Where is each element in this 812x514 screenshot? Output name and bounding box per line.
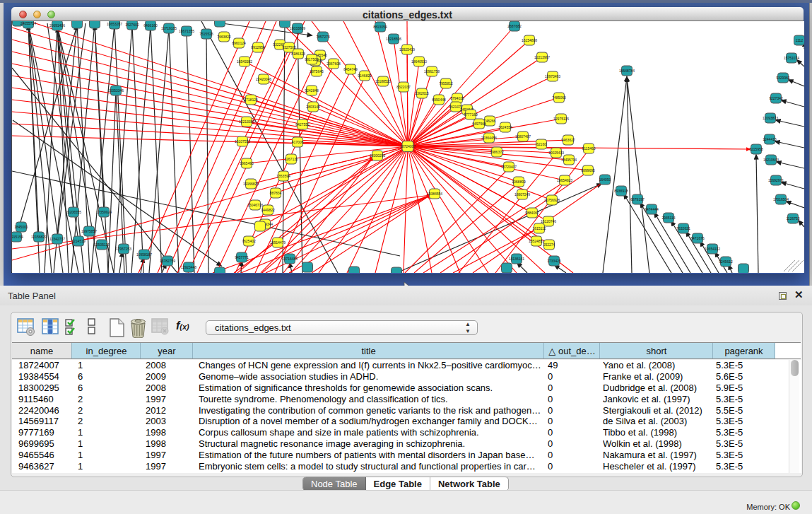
svg-text:6794028: 6794028	[450, 96, 464, 100]
svg-text:7857274: 7857274	[316, 35, 330, 39]
svg-text:15188520: 15188520	[375, 79, 391, 83]
svg-text:20756928: 20756928	[544, 198, 560, 202]
svg-text:13716485: 13716485	[282, 257, 298, 261]
svg-text:16648784: 16648784	[619, 69, 635, 73]
svg-text:12923448: 12923448	[181, 265, 196, 269]
svg-text:8322037: 8322037	[396, 85, 411, 89]
svg-text:19384554: 19384554	[427, 192, 442, 196]
svg-text:6879197: 6879197	[630, 197, 645, 201]
svg-text:9777169: 9777169	[464, 112, 478, 117]
svg-text:13495794: 13495794	[561, 158, 577, 162]
svg-text:8471676: 8471676	[690, 236, 705, 240]
svg-text:417006: 417006	[292, 140, 304, 144]
svg-text:15720407: 15720407	[501, 165, 517, 169]
svg-text:8912954: 8912954	[251, 45, 265, 49]
svg-text:10958187: 10958187	[136, 252, 152, 257]
svg-text:2367608: 2367608	[326, 62, 341, 66]
svg-text:16671355: 16671355	[179, 29, 194, 33]
svg-text:8215958: 8215958	[749, 147, 763, 151]
svg-text:13925419: 13925419	[399, 47, 415, 52]
svg-text:16120746: 16120746	[541, 219, 556, 223]
svg-text:10025433: 10025433	[548, 151, 564, 155]
svg-text:20364456: 20364456	[481, 136, 497, 140]
svg-text:22420046: 22420046	[256, 77, 271, 81]
svg-text:3875645: 3875645	[310, 69, 324, 74]
svg-text:16033809: 16033809	[290, 26, 305, 30]
svg-text:62160: 62160	[536, 142, 546, 146]
svg-text:12093873: 12093873	[763, 116, 778, 120]
svg-text:9817509: 9817509	[305, 57, 319, 62]
svg-text:8960124: 8960124	[232, 41, 246, 45]
svg-text:252274: 252274	[543, 243, 555, 247]
svg-text:12213967: 12213967	[534, 55, 550, 59]
svg-text:10719185: 10719185	[161, 26, 177, 30]
svg-text:12213389: 12213389	[239, 119, 254, 124]
svg-text:18724007: 18724007	[400, 144, 416, 148]
svg-text:7663822: 7663822	[217, 35, 231, 39]
svg-text:8186323: 8186323	[291, 52, 305, 56]
svg-text:16782759: 16782759	[160, 259, 175, 263]
svg-text:8990448: 8990448	[432, 98, 446, 102]
svg-text:6466160: 6466160	[143, 23, 158, 28]
svg-text:17359924: 17359924	[96, 210, 112, 214]
svg-text:2803144: 2803144	[306, 105, 320, 109]
svg-text:8938918: 8938918	[614, 189, 628, 193]
svg-text:3624554: 3624554	[498, 125, 512, 129]
svg-text:16210643: 16210643	[763, 158, 779, 162]
svg-text:10653267: 10653267	[107, 22, 122, 26]
svg-text:9329961: 9329961	[776, 76, 790, 80]
svg-text:15751074: 15751074	[784, 56, 799, 60]
svg-text:20691406: 20691406	[49, 23, 65, 28]
svg-text:3267130: 3267130	[284, 157, 298, 161]
svg-text:1353594: 1353594	[276, 174, 290, 178]
svg-text:13524851: 13524851	[529, 239, 544, 243]
svg-text:8813054: 8813054	[373, 25, 387, 29]
svg-text:9457771: 9457771	[235, 255, 249, 259]
svg-text:18300295: 18300295	[370, 153, 385, 158]
svg-text:7955812: 7955812	[439, 81, 453, 86]
svg-text:16107553: 16107553	[235, 139, 250, 144]
svg-text:15692971: 15692971	[768, 178, 784, 182]
svg-text:1615112: 1615112	[532, 226, 546, 230]
svg-text:8454749: 8454749	[343, 67, 358, 71]
svg-text:19975857: 19975857	[81, 229, 97, 233]
svg-text:887834: 887834	[270, 191, 282, 195]
svg-text:1527602: 1527602	[125, 23, 139, 27]
svg-text:9227342: 9227342	[769, 96, 783, 100]
svg-text:13218506: 13218506	[386, 37, 401, 41]
svg-text:12156829: 12156829	[31, 235, 47, 239]
svg-text:9242848: 9242848	[305, 88, 319, 93]
svg-text:6899695: 6899695	[581, 168, 595, 173]
svg-text:17957253: 17957253	[116, 247, 131, 251]
svg-text:1449822: 1449822	[261, 208, 275, 212]
svg-text:16154808: 16154808	[522, 38, 537, 42]
svg-text:3915154: 3915154	[12, 235, 23, 239]
svg-text:2687682: 2687682	[507, 24, 522, 28]
svg-text:1214519: 1214519	[71, 239, 86, 243]
svg-text:1126753: 1126753	[786, 216, 799, 221]
svg-text:7632621: 7632621	[676, 226, 690, 230]
svg-text:7485063: 7485063	[552, 95, 566, 100]
svg-text:17016504: 17016504	[773, 197, 789, 201]
svg-text:19654923: 19654923	[557, 178, 572, 182]
svg-text:12505115: 12505115	[94, 243, 110, 247]
svg-text:9474444: 9474444	[645, 207, 659, 211]
svg-text:7515526: 7515526	[199, 32, 213, 36]
svg-text:9115460: 9115460	[582, 146, 595, 151]
svg-text:24055714: 24055714	[20, 21, 36, 25]
svg-text:1733426: 1733426	[547, 259, 561, 263]
svg-text:9146821: 9146821	[358, 74, 372, 78]
svg-text:15046718: 15046718	[247, 203, 263, 207]
svg-text:164093: 164093	[599, 177, 611, 182]
svg-text:12975115: 12975115	[553, 117, 569, 121]
svg-text:20053346: 20053346	[108, 88, 124, 93]
svg-text:6497568: 6497568	[472, 122, 486, 126]
svg-text:10807487: 10807487	[515, 134, 531, 139]
svg-text:1112: 1112	[796, 38, 804, 42]
svg-text:10654112: 10654112	[705, 247, 720, 251]
svg-text:10973493: 10973493	[545, 74, 560, 78]
svg-text:9884067: 9884067	[525, 211, 539, 215]
svg-text:16914479: 16914479	[270, 240, 286, 245]
svg-text:1965493: 1965493	[240, 161, 254, 165]
svg-text:7625402: 7625402	[242, 239, 256, 243]
